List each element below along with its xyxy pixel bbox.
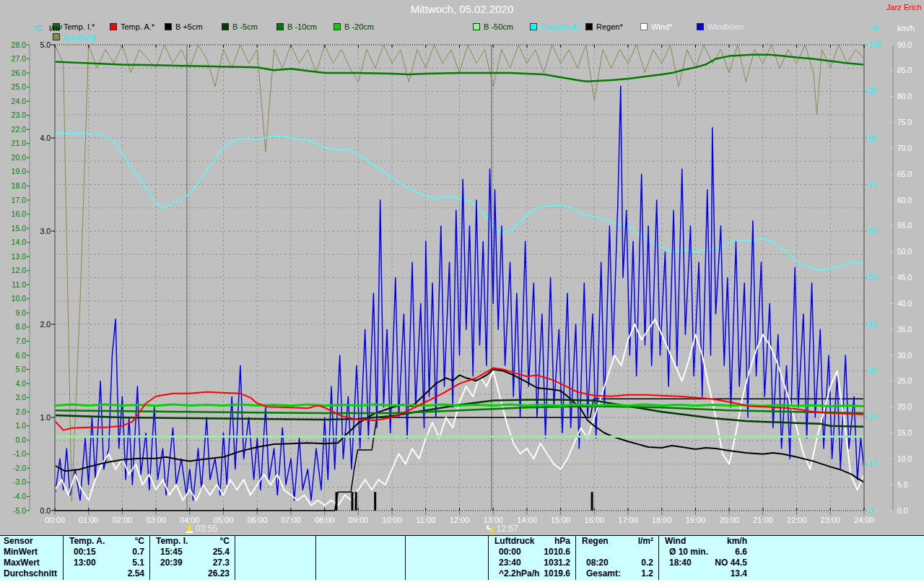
svg-text:15.0: 15.0 xyxy=(12,224,27,233)
svg-text:01:00: 01:00 xyxy=(79,516,99,524)
svg-text:40: 40 xyxy=(868,320,877,329)
svg-text:30.0: 30.0 xyxy=(897,351,912,360)
svg-text:60.0: 60.0 xyxy=(897,196,912,204)
kmh-axis-labels: 90.085.080.075.070.065.060.055.050.045.0… xyxy=(890,40,912,515)
svg-text:0: 0 xyxy=(868,506,873,515)
svg-text:17:00: 17:00 xyxy=(618,516,638,524)
svg-text:10:00: 10:00 xyxy=(382,516,402,524)
svg-text:24:00: 24:00 xyxy=(854,516,874,524)
svg-text:75.0: 75.0 xyxy=(897,118,912,126)
astro-marker-2: 12:57 xyxy=(486,524,518,534)
table-col-luftdruck: LuftdruckhPa 00:001010.6 23:401031.2 ^2.… xyxy=(488,536,576,581)
table-col-temp-i: Temp. I.°C 15:4525.4 20:3927.3 26.23 xyxy=(149,536,235,581)
svg-text:90: 90 xyxy=(868,87,877,95)
svg-text:15:00: 15:00 xyxy=(551,516,571,524)
svg-text:21.0: 21.0 xyxy=(12,139,27,147)
astro-marker-time: 03:55 xyxy=(196,524,217,534)
svg-text:50: 50 xyxy=(868,273,877,282)
svg-text:5.0: 5.0 xyxy=(40,40,51,49)
svg-text:00:00: 00:00 xyxy=(45,516,65,524)
stats-table: Sensor MinWert MaxWert Durchschnitt Temp… xyxy=(0,535,924,581)
svg-text:11:00: 11:00 xyxy=(416,516,435,524)
svg-text:18.0: 18.0 xyxy=(12,181,27,190)
x-axis-labels: 00:0001:0002:0003:0004:0005:0006:0007:00… xyxy=(45,516,874,524)
percent-axis-labels: 1009080706050403020100 xyxy=(864,40,881,515)
svg-text:0.0: 0.0 xyxy=(897,506,908,515)
svg-text:40.0: 40.0 xyxy=(897,299,912,308)
svg-text:3.0: 3.0 xyxy=(15,393,26,402)
series-regen-kumuliert xyxy=(55,399,864,511)
bottom-strip xyxy=(0,580,924,585)
weather-chart: 00:0001:0002:0003:0004:0005:0006:0007:00… xyxy=(0,0,924,538)
series-b-10cm xyxy=(55,406,864,413)
svg-text:60: 60 xyxy=(868,227,877,235)
svg-text:23:00: 23:00 xyxy=(821,516,841,524)
svg-text:6.0: 6.0 xyxy=(15,351,26,360)
weather-station-screen: Mittwoch, 05.02.2020 Jarz Erich Temp. I.… xyxy=(0,0,924,585)
svg-text:0.0: 0.0 xyxy=(15,436,26,444)
svg-text:18:00: 18:00 xyxy=(652,516,672,524)
svg-text:03:00: 03:00 xyxy=(146,516,166,524)
svg-text:24.0: 24.0 xyxy=(12,97,27,105)
series-empfang xyxy=(55,45,864,501)
svg-text:15.0: 15.0 xyxy=(897,428,912,437)
svg-text:08:00: 08:00 xyxy=(315,516,335,524)
svg-text:100: 100 xyxy=(868,40,881,49)
svg-text:06:00: 06:00 xyxy=(247,516,267,524)
svg-text:35.0: 35.0 xyxy=(897,325,912,334)
astro-marker-time: 12:57 xyxy=(497,524,518,534)
svg-text:5.0: 5.0 xyxy=(15,365,26,373)
svg-text:50.0: 50.0 xyxy=(897,247,912,256)
table-row-labels: Sensor MinWert MaxWert Durchschnitt xyxy=(0,536,63,581)
svg-text:70: 70 xyxy=(868,180,877,188)
svg-text:22:00: 22:00 xyxy=(787,516,807,524)
moonset-icon xyxy=(486,524,495,534)
svg-text:85.0: 85.0 xyxy=(897,66,912,74)
svg-text:80: 80 xyxy=(868,134,877,142)
svg-text:25.0: 25.0 xyxy=(897,376,912,385)
svg-text:-3.0: -3.0 xyxy=(13,477,26,486)
svg-text:20: 20 xyxy=(868,413,877,422)
table-col-wind: Windkm/h Ø 10 min.6.6 18:40NO 44.5 13.4 xyxy=(658,536,753,581)
svg-text:19:00: 19:00 xyxy=(686,516,706,524)
svg-text:13.0: 13.0 xyxy=(12,252,27,261)
svg-text:-5.0: -5.0 xyxy=(13,506,26,515)
svg-text:17.0: 17.0 xyxy=(12,196,27,204)
svg-text:8.0: 8.0 xyxy=(15,322,26,331)
svg-text:22.0: 22.0 xyxy=(12,125,27,134)
svg-text:16:00: 16:00 xyxy=(585,516,605,524)
svg-text:19.0: 19.0 xyxy=(12,167,27,176)
temp-axis-labels: 28.027.026.025.024.023.022.021.020.019.0… xyxy=(12,40,30,515)
svg-text:14:00: 14:00 xyxy=(517,516,537,524)
svg-text:25.0: 25.0 xyxy=(12,82,27,91)
svg-text:-1.0: -1.0 xyxy=(13,449,26,458)
svg-text:16.0: 16.0 xyxy=(12,209,27,218)
svg-text:-2.0: -2.0 xyxy=(13,464,26,472)
astro-marker-1: 03:55 xyxy=(185,524,217,534)
series-regen-bars xyxy=(336,492,593,511)
svg-text:4.0: 4.0 xyxy=(40,134,51,142)
svg-text:-4.0: -4.0 xyxy=(13,492,26,500)
table-col-temp-a: Temp. A.°C 00:150.7 13:005.1 2.54 xyxy=(63,536,150,581)
svg-text:9.0: 9.0 xyxy=(15,308,26,317)
svg-text:07:00: 07:00 xyxy=(281,516,301,524)
svg-text:1.0: 1.0 xyxy=(40,413,51,422)
chart-grid xyxy=(55,45,864,511)
svg-text:2.0: 2.0 xyxy=(15,407,26,416)
svg-text:28.0: 28.0 xyxy=(12,40,27,49)
svg-text:10.0: 10.0 xyxy=(897,454,912,463)
svg-text:20.0: 20.0 xyxy=(12,153,27,162)
table-col-empty-2 xyxy=(315,536,406,581)
svg-text:12:00: 12:00 xyxy=(450,516,470,524)
svg-text:27.0: 27.0 xyxy=(12,54,27,63)
svg-text:65.0: 65.0 xyxy=(897,170,912,178)
svg-text:30: 30 xyxy=(868,366,877,375)
svg-text:02:00: 02:00 xyxy=(113,516,133,524)
svg-text:80.0: 80.0 xyxy=(897,92,912,100)
svg-text:7.0: 7.0 xyxy=(15,337,26,345)
svg-text:12.0: 12.0 xyxy=(12,266,27,274)
table-col-regen: Regenl/m² 08:200.2 Gesamt:1.2 xyxy=(575,536,659,581)
svg-text:20.0: 20.0 xyxy=(897,402,912,411)
svg-text:4.0: 4.0 xyxy=(15,379,26,388)
svg-text:1.0: 1.0 xyxy=(15,421,26,430)
